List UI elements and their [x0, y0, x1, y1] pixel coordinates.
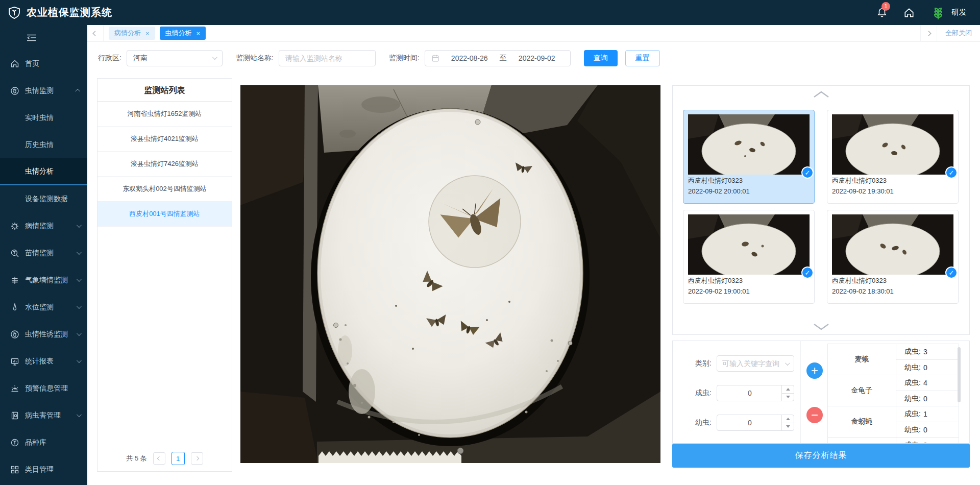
close-all-tabs-button[interactable]: 全部关闭 [937, 25, 980, 42]
tabs: 病情分析 × 虫情分析 × [104, 27, 206, 40]
user-menu[interactable]: 研发 [930, 5, 967, 21]
total-count: 共 5 条 [126, 454, 146, 463]
alarm-light-icon [10, 384, 19, 393]
date-end[interactable]: 2022-09-02 [510, 54, 564, 62]
scroll-up-icon[interactable] [813, 90, 830, 99]
sidebar-item-device-data[interactable]: 设备监测数据 [0, 185, 87, 212]
sidebar-item-insect-analysis[interactable]: 虫情分析 [0, 158, 87, 185]
thumbnail-card-3[interactable]: ✓ 西皮村虫情灯0323 2022-09-02 19:00:01 [683, 210, 815, 304]
sidebar-item-home[interactable]: 首页 [0, 50, 87, 77]
sidebar-item-insect-monitoring[interactable]: 虫情监测 [0, 77, 87, 104]
bug-icon [10, 330, 19, 339]
thumbnail-title: 西皮村虫情灯0323 [688, 276, 810, 285]
chevron-down-icon [785, 360, 790, 366]
species-name: 金龟子 [828, 375, 896, 406]
close-icon[interactable]: × [145, 30, 150, 37]
brand: 农业植保监测系统 [7, 6, 112, 20]
notification-bell-icon[interactable]: 1 [876, 7, 888, 19]
region-select[interactable]: 河南 [127, 50, 223, 66]
tabs-scroll-right-icon[interactable] [920, 25, 937, 42]
larva-count: 0 [923, 363, 927, 372]
category-row: 类别: [682, 355, 794, 372]
sidebar-item-weather-soil-monitoring[interactable]: 气象墒情监测 [0, 266, 87, 294]
station-list-item[interactable]: 浚县虫情灯4021监测站 [97, 127, 232, 152]
prev-page-icon[interactable] [153, 452, 165, 465]
add-species-button[interactable]: + [806, 362, 823, 379]
stepper-arrows [781, 415, 794, 430]
table-scrollbar[interactable] [958, 347, 961, 402]
sidebar-item-category-management[interactable]: 类目管理 [0, 456, 87, 483]
save-analysis-button[interactable]: 保存分析结果 [672, 444, 970, 468]
search-button[interactable]: 查询 [584, 50, 618, 66]
sidebar-item-water-level-monitoring[interactable]: 水位监测 [0, 294, 87, 321]
insect-trap-photo [240, 85, 660, 463]
larva-count: 0 [923, 395, 927, 403]
close-icon[interactable]: × [197, 30, 201, 37]
species-name [828, 438, 896, 444]
thumbnail-card-2[interactable]: ✓ 西皮村虫情灯0323 2022-09-02 19:30:01 [827, 110, 959, 204]
thumbnail-card-4[interactable]: ✓ 西皮村虫情灯0323 2022-09-02 18:30:01 [827, 210, 959, 304]
sidebar-item-alert-management[interactable]: 预警信息管理 [0, 375, 87, 402]
reset-button[interactable]: 重置 [625, 50, 660, 66]
table-row: 金龟子 成虫:4 幼虫:0 [828, 375, 959, 406]
sidebar-item-pheromone-monitoring[interactable]: 虫情性诱监测 [0, 321, 87, 348]
avatar [930, 5, 946, 21]
chevron-down-icon [77, 223, 82, 228]
thumbnail-image: ✓ [832, 114, 953, 175]
bug-icon [10, 86, 19, 95]
chevron-down-icon [212, 55, 217, 60]
increment-icon[interactable] [782, 385, 794, 394]
calendar-icon [431, 54, 439, 62]
tab-insect-analysis[interactable]: 虫情分析 × [160, 27, 206, 40]
station-list-item-selected[interactable]: 西皮村001号四情监测站 [97, 202, 232, 227]
scroll-down-icon[interactable] [813, 323, 830, 331]
thumbnail-title: 西皮村虫情灯0323 [832, 176, 953, 185]
tab-bar: 病情分析 × 虫情分析 × 全部关闭 [87, 25, 980, 42]
category-input[interactable] [722, 359, 785, 368]
app-title: 农业植保监测系统 [27, 6, 112, 19]
station-list-item[interactable]: 河南省虫情灯1652监测站 [97, 102, 232, 127]
sidebar-item-pest-management[interactable]: 病虫害管理 [0, 402, 87, 429]
adult-count-row: 成虫: [682, 385, 794, 401]
current-page[interactable]: 1 [172, 452, 185, 465]
larva-count-row: 幼虫: [682, 415, 794, 431]
thumbnail-card-1[interactable]: ✓ 西皮村虫情灯0323 2022-09-02 20:00:01 [683, 110, 815, 204]
date-start[interactable]: 2022-08-26 [443, 54, 497, 62]
sidebar-item-disease-monitoring[interactable]: 病情监测 [0, 212, 87, 239]
adult-label: 成虫: [682, 389, 712, 398]
station-name-input[interactable] [285, 54, 369, 62]
top-bar-right: 1 研发 [876, 5, 967, 21]
check-badge-icon: ✓ [945, 266, 958, 279]
sidebar-menu: 首页 虫情监测 实时虫情 历史虫情 虫情分析 设备监测数据 病情监测 [0, 50, 87, 483]
station-list-item[interactable]: 东双鹅头村002号四情监测站 [97, 177, 232, 202]
home-icon[interactable] [903, 7, 915, 18]
sidebar-item-history-insect[interactable]: 历史虫情 [0, 131, 87, 158]
tab-disease-analysis[interactable]: 病情分析 × [109, 27, 155, 40]
soil-layers-icon [10, 276, 19, 285]
thumbnail-image: ✓ [688, 114, 810, 175]
remove-species-button[interactable]: − [806, 407, 823, 423]
date-range-picker[interactable]: 2022-08-26 至 2022-09-02 [425, 50, 571, 66]
category-select[interactable] [717, 355, 794, 372]
sidebar-item-realtime-insect[interactable]: 实时虫情 [0, 104, 87, 131]
next-page-icon[interactable] [191, 452, 203, 465]
sprout-icon [10, 438, 19, 447]
water-drop-icon [10, 303, 19, 312]
tabs-scroll-left-icon[interactable] [87, 25, 104, 42]
thumbnail-timestamp: 2022-09-02 19:00:01 [688, 286, 810, 296]
station-list-item[interactable]: 浚县虫情灯7426监测站 [97, 152, 232, 177]
app-logo-shield-icon [7, 6, 21, 20]
species-name: 食蚜蝇 [828, 406, 896, 437]
increment-icon[interactable] [782, 415, 794, 423]
decrement-icon[interactable] [782, 423, 794, 431]
sidebar-item-variety-library[interactable]: 品种库 [0, 429, 87, 456]
date-separator: 至 [500, 54, 507, 63]
chevron-down-icon [77, 250, 82, 255]
check-badge-icon: ✓ [801, 166, 814, 179]
sidebar-item-statistics-report[interactable]: 统计报表 [0, 348, 87, 375]
station-list-title: 监测站列表 [97, 79, 232, 102]
sidebar-item-seedling-monitoring[interactable]: 苗情监测 [0, 239, 87, 266]
sidebar-collapse-icon[interactable] [0, 25, 87, 50]
decrement-icon[interactable] [782, 394, 794, 401]
table-row: 麦蛾 成虫:3 幼虫:0 [828, 344, 959, 375]
